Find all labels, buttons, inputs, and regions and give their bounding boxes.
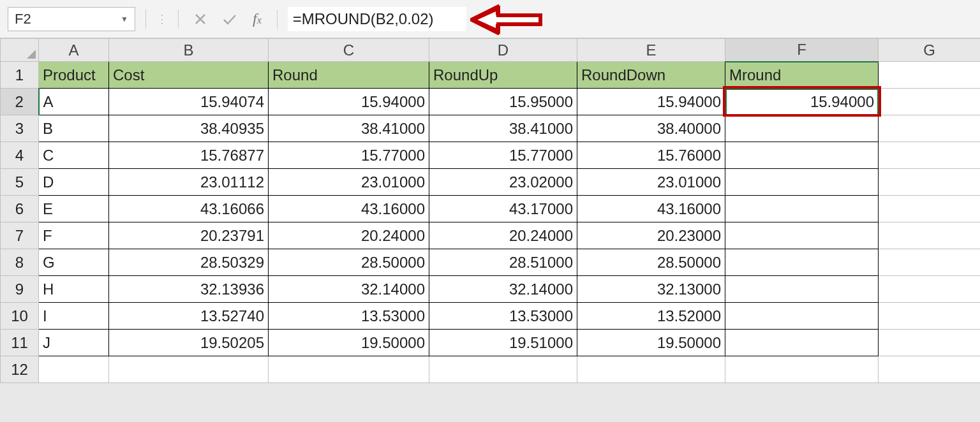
cell[interactable] xyxy=(879,222,981,249)
cell[interactable]: 15.94000 xyxy=(269,89,429,115)
cell[interactable]: 19.51000 xyxy=(429,330,577,356)
cell[interactable] xyxy=(879,276,981,303)
cell[interactable]: 32.14000 xyxy=(429,276,577,303)
row-header[interactable]: 10 xyxy=(1,303,39,330)
cell[interactable] xyxy=(429,356,577,383)
formula-input[interactable]: =MROUND(B2,0.02) xyxy=(288,7,466,31)
cell[interactable] xyxy=(725,222,879,249)
cell[interactable] xyxy=(879,89,981,115)
cell[interactable]: 19.50000 xyxy=(269,330,429,356)
row-header[interactable]: 1 xyxy=(1,62,39,89)
col-header-B[interactable]: B xyxy=(109,39,269,62)
cell[interactable]: H xyxy=(39,276,109,303)
cell[interactable]: 32.13936 xyxy=(109,276,269,303)
name-box-dropdown-icon[interactable]: ▼ xyxy=(121,15,128,24)
cell[interactable] xyxy=(879,169,981,196)
cell[interactable]: 13.52000 xyxy=(577,303,725,330)
cell[interactable]: 32.13000 xyxy=(577,276,725,303)
cell[interactable]: 13.52740 xyxy=(109,303,269,330)
cell[interactable] xyxy=(725,142,879,169)
cell[interactable] xyxy=(39,356,109,383)
cell[interactable] xyxy=(879,196,981,222)
cell[interactable]: RoundDown xyxy=(577,62,725,89)
cell[interactable]: 20.23000 xyxy=(577,222,725,249)
cell[interactable] xyxy=(879,249,981,276)
cell[interactable]: Round xyxy=(269,62,429,89)
cell[interactable]: 19.50205 xyxy=(109,330,269,356)
cell[interactable]: I xyxy=(39,303,109,330)
cell[interactable]: E xyxy=(39,196,109,222)
cell[interactable]: 20.24000 xyxy=(269,222,429,249)
cell[interactable]: 23.01000 xyxy=(269,169,429,196)
cell[interactable]: 43.16000 xyxy=(269,196,429,222)
spreadsheet-grid[interactable]: A B C D E F G 1 Product Cost Round Round… xyxy=(0,38,980,383)
row-header[interactable]: 6 xyxy=(1,196,39,222)
cell[interactable]: 23.01000 xyxy=(577,169,725,196)
cell[interactable] xyxy=(879,62,981,89)
active-cell[interactable]: 15.94000 xyxy=(725,89,879,115)
cell[interactable]: 43.17000 xyxy=(429,196,577,222)
cell[interactable]: J xyxy=(39,330,109,356)
cell[interactable] xyxy=(725,276,879,303)
cell[interactable]: Cost xyxy=(109,62,269,89)
cell[interactable]: 28.50329 xyxy=(109,249,269,276)
col-header-D[interactable]: D xyxy=(429,39,577,62)
cell[interactable] xyxy=(879,115,981,142)
cell[interactable]: 38.41000 xyxy=(429,115,577,142)
row-header[interactable]: 3 xyxy=(1,115,39,142)
cell[interactable] xyxy=(879,356,981,383)
row-header[interactable]: 12 xyxy=(1,356,39,383)
cell[interactable] xyxy=(269,356,429,383)
cell[interactable]: 13.53000 xyxy=(269,303,429,330)
cell[interactable]: 20.23791 xyxy=(109,222,269,249)
name-box[interactable]: F2 ▼ xyxy=(8,7,135,31)
cell[interactable] xyxy=(725,303,879,330)
cell[interactable]: 28.50000 xyxy=(577,249,725,276)
row-header[interactable]: 11 xyxy=(1,330,39,356)
row-header[interactable]: 2 xyxy=(1,89,39,115)
row-header[interactable]: 5 xyxy=(1,169,39,196)
cancel-formula-button[interactable] xyxy=(189,8,212,31)
cell[interactable]: 43.16066 xyxy=(109,196,269,222)
cell[interactable]: B xyxy=(39,115,109,142)
fx-icon[interactable]: fx xyxy=(248,10,267,27)
cell[interactable]: Mround xyxy=(725,62,879,89)
cell[interactable]: 15.76877 xyxy=(109,142,269,169)
col-header-E[interactable]: E xyxy=(577,39,725,62)
cell[interactable]: 19.50000 xyxy=(577,330,725,356)
cell[interactable]: 23.01112 xyxy=(109,169,269,196)
confirm-formula-button[interactable] xyxy=(218,8,241,31)
cell[interactable] xyxy=(577,356,725,383)
cell[interactable]: 38.40935 xyxy=(109,115,269,142)
cell[interactable] xyxy=(725,115,879,142)
cell[interactable] xyxy=(725,196,879,222)
cell[interactable]: G xyxy=(39,249,109,276)
cell[interactable]: 15.77000 xyxy=(429,142,577,169)
col-header-G[interactable]: G xyxy=(879,39,981,62)
cell[interactable]: 15.95000 xyxy=(429,89,577,115)
cell[interactable]: 13.53000 xyxy=(429,303,577,330)
cell[interactable] xyxy=(879,142,981,169)
row-header[interactable]: 4 xyxy=(1,142,39,169)
cell[interactable]: 38.41000 xyxy=(269,115,429,142)
cell[interactable]: 38.40000 xyxy=(577,115,725,142)
col-header-C[interactable]: C xyxy=(269,39,429,62)
cell[interactable]: 23.02000 xyxy=(429,169,577,196)
cell[interactable] xyxy=(109,356,269,383)
cell[interactable]: Product xyxy=(39,62,109,89)
cell[interactable]: 15.77000 xyxy=(269,142,429,169)
cell[interactable] xyxy=(725,356,879,383)
row-header[interactable]: 7 xyxy=(1,222,39,249)
cell[interactable] xyxy=(725,249,879,276)
cell[interactable] xyxy=(725,330,879,356)
cell[interactable]: 28.51000 xyxy=(429,249,577,276)
cell[interactable]: 15.94074 xyxy=(109,89,269,115)
cell[interactable]: 20.24000 xyxy=(429,222,577,249)
col-header-A[interactable]: A xyxy=(39,39,109,62)
row-header[interactable]: 8 xyxy=(1,249,39,276)
cell[interactable]: 28.50000 xyxy=(269,249,429,276)
cell[interactable]: D xyxy=(39,169,109,196)
cell[interactable]: 15.94000 xyxy=(577,89,725,115)
row-header[interactable]: 9 xyxy=(1,276,39,303)
cell[interactable]: 43.16000 xyxy=(577,196,725,222)
